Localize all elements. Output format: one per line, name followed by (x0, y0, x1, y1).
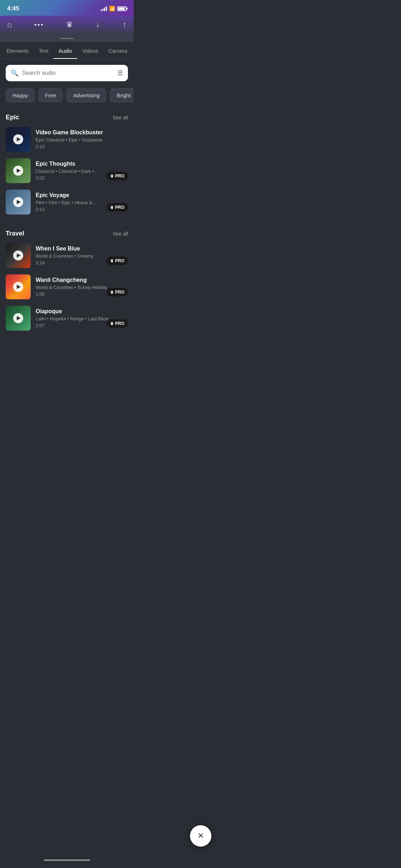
pro-badge-5: ♛ PRO (107, 288, 128, 296)
audio-item-epic-voyage[interactable]: Epic Voyage Film • Film • Epic • Heavy &… (6, 190, 128, 215)
section-epic-header: Epic See all (6, 114, 128, 121)
audio-thumb-6 (6, 306, 31, 331)
drag-handle[interactable] (60, 38, 74, 39)
toolbar: ⌂ ♛ ↓ ↑ (0, 16, 134, 35)
audio-info-1: Video Game Blockbuster Epic Classical • … (36, 129, 128, 149)
drag-handle-bar (0, 35, 134, 42)
audio-item-wanli-changcheng[interactable]: Wanli Changcheng World & Countries • Sun… (6, 274, 128, 299)
tab-elements[interactable]: Elements (1, 42, 34, 59)
home-icon[interactable]: ⌂ (7, 20, 12, 29)
audio-thumb-5 (6, 274, 31, 299)
section-epic-see-all[interactable]: See all (113, 115, 128, 120)
section-travel-header: Travel See all (6, 230, 128, 237)
section-epic-title: Epic (6, 114, 19, 121)
wifi-icon: 📶 (109, 6, 115, 11)
play-button-2[interactable] (13, 166, 23, 176)
audio-thumb-2 (6, 158, 31, 183)
share-icon[interactable]: ↑ (123, 20, 127, 29)
audio-item-when-i-see-blue[interactable]: When I See Blue World & Countries • Drea… (6, 243, 128, 268)
pro-crown-icon-4: ♛ (110, 259, 114, 263)
play-button-6[interactable] (13, 313, 23, 323)
tab-audio[interactable]: Audio (53, 42, 77, 59)
audio-title-5: Wanli Changcheng (36, 277, 128, 283)
tab-text[interactable]: Text (34, 42, 54, 59)
chips-container: Happy Free Advertising Bright Happy in..… (0, 85, 134, 108)
play-button-3[interactable] (13, 197, 23, 207)
search-bar[interactable]: 🔍 ☰ (6, 65, 128, 81)
pro-badge-3: ♛ PRO (107, 203, 128, 212)
section-travel-see-all[interactable]: See all (113, 231, 128, 237)
tab-videos[interactable]: Videos (77, 42, 103, 59)
pro-label-4: PRO (115, 258, 124, 263)
audio-thumb-1 (6, 127, 31, 152)
pro-badge-4: ♛ PRO (107, 257, 128, 265)
signal-icon (101, 6, 107, 11)
search-container: 🔍 ☰ (0, 59, 134, 85)
audio-title-1: Video Game Blockbuster (36, 129, 128, 136)
audio-title-2: Epic Thoughts (36, 161, 128, 167)
audio-thumb-3 (6, 190, 31, 215)
pro-crown-icon-6: ♛ (110, 321, 114, 326)
chip-free[interactable]: Free (38, 88, 63, 102)
section-epic: Epic See all Video Game Blockbuster Epic… (0, 108, 134, 224)
play-button-4[interactable] (13, 250, 23, 260)
battery-icon (117, 6, 127, 11)
section-travel-title: Travel (6, 230, 24, 237)
search-icon: 🔍 (11, 69, 19, 77)
status-icons: 📶 (101, 6, 127, 11)
status-time: 4:45 (7, 5, 19, 12)
audio-title-6: Oiapoque (36, 308, 128, 315)
pro-label-5: PRO (115, 290, 124, 295)
chip-happy[interactable]: Happy (6, 88, 35, 102)
pro-crown-icon-5: ♛ (110, 290, 114, 295)
chip-advertising[interactable]: Advertising (66, 88, 106, 102)
filter-icon[interactable]: ☰ (117, 69, 123, 77)
download-icon[interactable]: ↓ (96, 20, 100, 29)
audio-item-oiapoque[interactable]: Oiapoque Latin • Hopeful • Range • Laid … (6, 306, 128, 331)
crown-icon[interactable]: ♛ (66, 20, 73, 29)
tab-camera[interactable]: Camera (103, 42, 132, 59)
status-bar: 4:45 📶 (0, 0, 134, 16)
audio-thumb-4 (6, 243, 31, 268)
pro-label-6: PRO (115, 321, 124, 326)
audio-tags-1: Epic Classical • Epic • Suspense (36, 137, 128, 143)
section-travel: Travel See all When I See Blue World & C… (0, 224, 134, 340)
chip-bright[interactable]: Bright (110, 88, 134, 102)
pro-label-2: PRO (115, 174, 124, 179)
pro-label-3: PRO (115, 205, 124, 210)
search-input[interactable] (22, 70, 114, 76)
pro-badge-2: ♛ PRO (107, 172, 128, 180)
audio-item-epic-thoughts[interactable]: Epic Thoughts Classical • Classical • Da… (6, 158, 128, 183)
audio-title-3: Epic Voyage (36, 192, 128, 198)
audio-title-4: When I See Blue (36, 246, 128, 252)
more-button[interactable] (35, 24, 43, 26)
audio-item-video-game-blockbuster[interactable]: Video Game Blockbuster Epic Classical • … (6, 127, 128, 152)
play-button-5[interactable] (13, 282, 23, 292)
pro-badge-6: ♛ PRO (107, 319, 128, 328)
tab-bar: Elements Text Audio Videos Camera (0, 42, 134, 59)
pro-crown-icon-2: ♛ (110, 174, 114, 179)
play-button-1[interactable] (13, 134, 23, 144)
audio-duration-1: 2:23 (36, 144, 128, 149)
pro-crown-icon-3: ♛ (110, 205, 114, 210)
